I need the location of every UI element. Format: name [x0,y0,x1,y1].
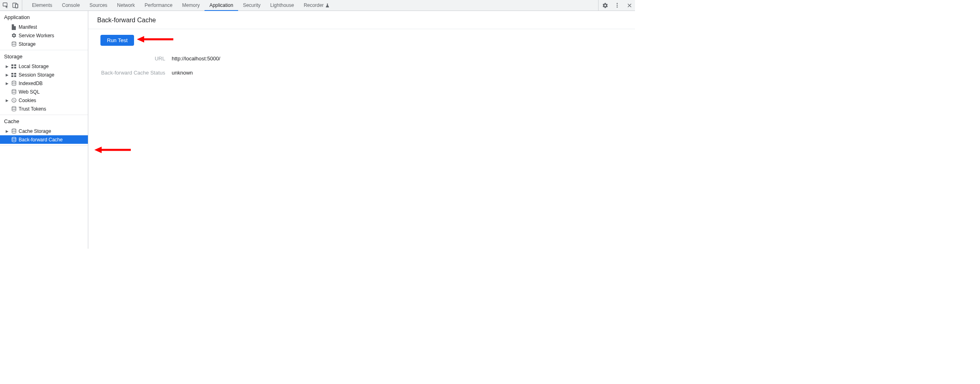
disclosure-triangle-icon[interactable]: ▶ [5,73,9,77]
svg-rect-13 [14,73,16,75]
sidebar-item-session-storage[interactable]: ▶ Session Storage [0,70,88,79]
settings-gear-icon[interactable] [602,2,608,9]
tree-item-label: IndexedDB [19,81,43,86]
svg-rect-15 [14,75,16,77]
sidebar-item-storage[interactable]: Storage [0,40,88,48]
svg-point-17 [12,90,16,91]
row-label-bfcache-status: Back-forward Cache Status [100,70,165,76]
cookie-icon [11,98,17,103]
svg-point-20 [14,100,15,100]
sidebar-item-manifest[interactable]: Manifest [0,23,88,31]
svg-point-6 [617,6,618,8]
tab-lighthouse[interactable]: Lighthouse [265,0,299,11]
application-sidebar: Application Manifest Service Workers [0,11,88,249]
svg-point-21 [13,100,14,101]
section-title-storage: Storage [0,50,88,62]
svg-point-5 [617,5,618,6]
tab-network[interactable]: Network [112,0,140,11]
tree-item-label: Service Workers [19,33,54,38]
disclosure-triangle-icon[interactable]: ▶ [5,129,9,133]
svg-point-4 [617,3,618,4]
close-icon[interactable] [626,2,633,9]
svg-point-24 [12,129,16,130]
page-title: Back-forward Cache [88,11,635,29]
svg-point-19 [13,99,14,100]
tree-item-label: Manifest [19,24,37,30]
grid-icon [11,73,17,77]
tabstrip-left-icons [2,0,22,11]
sidebar-item-indexeddb[interactable]: ▶ IndexedDB [0,79,88,87]
sidebar-item-cookies[interactable]: ▶ Cookies [0,96,88,105]
tabstrip-right-icons [598,0,633,11]
disclosure-triangle-icon[interactable]: ▶ [5,81,9,85]
row-label-url: URL [100,55,165,62]
database-icon [11,137,17,142]
svg-rect-2 [15,4,18,8]
tab-sources[interactable]: Sources [85,0,112,11]
svg-rect-12 [11,73,13,75]
sidebar-item-web-sql[interactable]: Web SQL [0,87,88,96]
svg-rect-10 [11,67,13,68]
svg-point-16 [12,81,16,82]
run-test-button[interactable]: Run Test [100,35,134,46]
annotation-arrow [137,35,173,43]
tree-item-label: Cookies [19,98,36,103]
annotation-arrow [94,146,131,154]
disclosure-triangle-icon[interactable]: ▶ [5,64,9,68]
database-icon [11,128,17,134]
sidebar-item-trust-tokens[interactable]: Trust Tokens [0,105,88,113]
kebab-menu-icon[interactable] [614,2,620,9]
svg-point-7 [12,42,16,43]
tree-item-label: Web SQL [19,89,40,95]
gear-icon [11,33,17,38]
tab-recorder[interactable]: Recorder [299,0,334,11]
svg-rect-11 [14,67,16,68]
panel-tabs: Elements Console Sources Network Perform… [27,0,334,11]
sidebar-item-local-storage[interactable]: ▶ Local Storage [0,62,88,70]
svg-marker-29 [94,147,102,153]
file-icon [11,24,17,30]
tree-item-label: Local Storage [19,64,49,69]
main-panel: Back-forward Cache Run Test URL http://l… [88,11,635,249]
flask-icon [325,3,330,8]
grid-icon [11,64,17,68]
tab-security[interactable]: Security [238,0,265,11]
svg-point-22 [14,101,15,102]
sidebar-item-cache-storage[interactable]: ▶ Cache Storage [0,127,88,135]
svg-marker-27 [137,36,144,43]
section-title-application: Application [0,11,88,23]
database-icon [11,81,17,86]
section-title-cache: Cache [0,115,88,127]
svg-point-18 [12,98,16,102]
tree-item-label: Cache Storage [19,128,51,134]
row-value-url: http://localhost:5000/ [172,55,635,62]
sidebar-section-storage: Storage ▶ Local Storage ▶ Session Storag… [0,50,88,115]
tree-item-label: Session Storage [19,72,54,78]
svg-point-25 [12,137,16,139]
database-icon [11,89,17,94]
tree-item-label: Back-forward Cache [19,137,63,143]
inspect-icon[interactable] [2,2,9,9]
status-grid: URL http://localhost:5000/ Back-forward … [100,55,635,76]
tab-performance[interactable]: Performance [140,0,177,11]
database-icon [11,106,17,111]
disclosure-triangle-icon[interactable]: ▶ [5,98,9,102]
tab-memory[interactable]: Memory [177,0,205,11]
tree-item-label: Storage [19,41,36,47]
tab-application[interactable]: Application [205,0,238,11]
sidebar-section-application: Application Manifest Service Workers [0,11,88,50]
sidebar-item-back-forward-cache[interactable]: Back-forward Cache [0,135,88,144]
row-value-bfcache-status: unknown [172,70,635,76]
database-icon [11,41,17,47]
svg-rect-9 [14,64,16,66]
tab-elements[interactable]: Elements [27,0,57,11]
devtools-tabstrip: Elements Console Sources Network Perform… [0,0,635,11]
svg-rect-14 [11,75,13,77]
tab-console[interactable]: Console [57,0,85,11]
svg-rect-0 [3,3,7,6]
tree-item-label: Trust Tokens [19,106,46,112]
svg-rect-8 [11,64,13,66]
device-toggle-icon[interactable] [12,2,19,9]
sidebar-section-cache: Cache ▶ Cache Storage Back-forward Cache [0,115,88,146]
sidebar-item-service-workers[interactable]: Service Workers [0,31,88,40]
